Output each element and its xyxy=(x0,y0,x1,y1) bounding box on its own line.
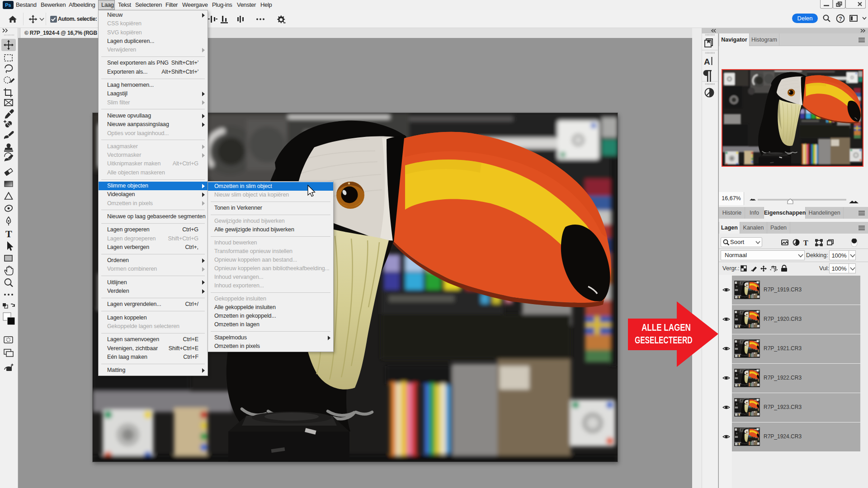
svg-text:T: T xyxy=(5,228,12,239)
svg-text:A: A xyxy=(704,57,710,66)
svg-text:T: T xyxy=(803,239,808,247)
svg-text:?: ? xyxy=(839,16,842,22)
